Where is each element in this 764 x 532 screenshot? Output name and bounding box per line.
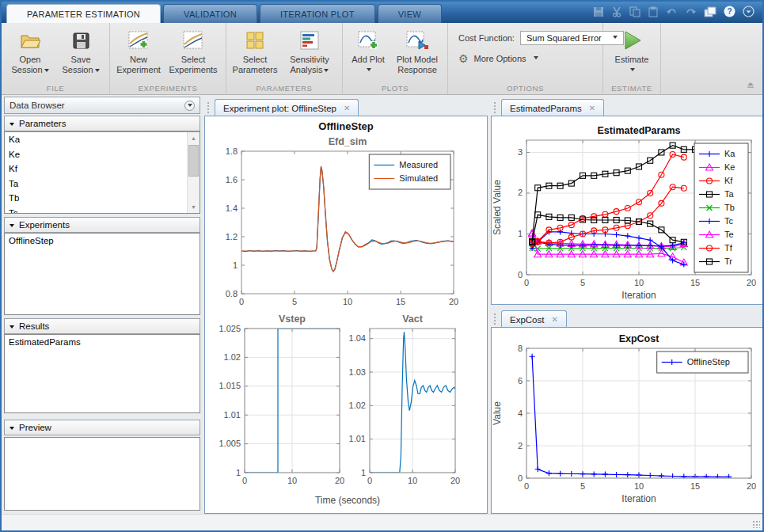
experiments-section-header[interactable]: Experiments (4, 217, 200, 233)
list-item[interactable]: Kf (5, 162, 187, 177)
svg-text:15: 15 (690, 481, 700, 491)
cut-icon[interactable] (611, 6, 622, 17)
svg-text:Value: Value (492, 401, 503, 425)
svg-text:Measured: Measured (399, 160, 438, 169)
new-experiment-icon (128, 29, 150, 51)
open-folder-icon (20, 29, 40, 51)
scroll-down-button[interactable]: ▼ (188, 201, 200, 213)
layout-windows-icon[interactable] (704, 6, 716, 17)
open-session-button[interactable]: Open Session (6, 26, 55, 74)
svg-text:Tb: Tb (724, 203, 735, 212)
add-plot-button[interactable]: Add Plot (347, 26, 390, 73)
parameters-section-header[interactable]: Parameters (4, 116, 200, 131)
vact-chart[interactable]: 0102011.011.021.031.04Vact (346, 314, 481, 493)
undo-icon[interactable] (666, 6, 678, 17)
estimate-button[interactable]: Estimate (607, 26, 656, 73)
list-item[interactable]: Ka (5, 132, 187, 147)
group-label-parameters: PARAMETERS (226, 84, 342, 93)
drag-handle-icon[interactable] (493, 313, 497, 325)
close-icon[interactable]: ✕ (589, 104, 595, 112)
efd-sim-chart[interactable]: 051015200.811.21.41.61.8Efd_simMeasuredS… (207, 132, 485, 314)
more-options-button[interactable]: ⚙ More Options (458, 53, 624, 64)
main-area: Data Browser Parameters KaKeKfTaTbTc ▲ ▼… (2, 95, 762, 530)
list-item[interactable]: Tb (5, 191, 187, 206)
tab-validation[interactable]: VALIDATION (163, 4, 257, 23)
dropdown-caret-icon (367, 68, 371, 74)
paste-icon[interactable] (648, 6, 659, 17)
svg-text:1.04: 1.04 (349, 333, 366, 343)
exp-cost-tab[interactable]: ExpCost ✕ (501, 310, 567, 328)
tab-view[interactable]: VIEW (378, 4, 442, 23)
save-session-label: Save Session (56, 55, 105, 74)
save-session-button[interactable]: Save Session (56, 26, 105, 74)
group-label-file: FILE (2, 84, 109, 93)
sensitivity-analysis-button[interactable]: Sensitivity Analysis (281, 26, 338, 74)
parameters-list: KaKeKfTaTbTc ▲ ▼ (4, 131, 200, 214)
data-browser-title: Data Browser (10, 101, 65, 110)
svg-text:Efd_sim: Efd_sim (329, 136, 367, 147)
list-item[interactable]: Tc (5, 206, 187, 215)
svg-text:Ke: Ke (724, 162, 735, 172)
svg-text:?: ? (727, 7, 732, 16)
exp-cost-panel: ExpCost ✕ 0510152002468ExpCostIterationV… (491, 308, 763, 514)
open-session-label: Open Session (6, 55, 55, 74)
parameters-scrollbar[interactable]: ▲ ▼ (187, 132, 200, 213)
add-plot-label: Add Plot (352, 55, 385, 65)
estimate-label: Estimate (615, 55, 649, 65)
sensitivity-analysis-icon (300, 29, 319, 51)
estimated-params-tab[interactable]: EstimatedParams ✕ (501, 99, 604, 116)
svg-text:0: 0 (367, 476, 372, 485)
exp-cost-body: 0510152002468ExpCostIterationValueOfflin… (491, 327, 763, 514)
list-item[interactable]: Ta (5, 177, 187, 192)
drag-handle-icon[interactable] (207, 101, 211, 114)
tab-iteration-plot[interactable]: ITERATION PLOT (260, 4, 375, 23)
close-icon[interactable]: ✕ (344, 104, 350, 112)
preview-section-header[interactable]: Preview (4, 420, 200, 435)
experiment-plot-tab[interactable]: Experiment plot: OfflineStep ✕ (215, 99, 359, 116)
svg-text:1.025: 1.025 (219, 324, 241, 333)
data-browser-header: Data Browser (4, 97, 200, 114)
select-parameters-button[interactable]: Select Parameters (230, 26, 279, 74)
svg-text:1: 1 (518, 229, 523, 238)
svg-text:Tf: Tf (724, 243, 733, 253)
redo-icon[interactable] (685, 6, 697, 17)
svg-text:Vstep: Vstep (279, 314, 306, 325)
scrollbar-thumb[interactable] (188, 145, 199, 177)
svg-text:1: 1 (236, 468, 241, 477)
svg-text:0.8: 0.8 (226, 289, 238, 298)
dropdown-caret-icon (44, 69, 49, 74)
sensitivity-analysis-label: Sensitivity Analysis (281, 55, 338, 74)
drag-handle-icon[interactable] (493, 101, 497, 114)
save-icon[interactable] (593, 6, 604, 17)
svg-text:Simulated: Simulated (399, 173, 438, 183)
ribbon-group-options: Cost Function: Sum Squared Error ⚙ More … (448, 23, 603, 94)
plot-model-response-button[interactable]: Plot Model Response (391, 26, 443, 74)
resize-grip-icon[interactable] (752, 520, 760, 528)
collapse-triangle-icon (10, 123, 14, 128)
list-item[interactable]: OfflineStep (5, 234, 200, 249)
new-experiment-button[interactable]: New Experiment (114, 26, 163, 74)
list-item[interactable]: Ke (5, 147, 187, 162)
close-icon[interactable]: ✕ (551, 316, 557, 324)
group-label-estimate: ESTIMATE (603, 84, 660, 93)
svg-text:1.6: 1.6 (226, 175, 238, 184)
help-icon[interactable]: ? (724, 6, 735, 17)
data-browser-menu-icon[interactable] (184, 101, 195, 111)
results-section-header[interactable]: Results (4, 318, 200, 334)
svg-text:1.2: 1.2 (226, 232, 238, 241)
svg-text:1.4: 1.4 (226, 203, 238, 213)
list-item[interactable]: EstimatedParams (5, 335, 200, 350)
collapse-ribbon-button[interactable] (746, 77, 755, 91)
estimated-params-chart[interactable]: 051015200123EstimatedParamsIterationScal… (492, 116, 762, 305)
exp-cost-chart[interactable]: 0510152002468ExpCostIterationValueOfflin… (492, 328, 762, 513)
svg-text:0: 0 (239, 297, 244, 306)
svg-text:0: 0 (518, 270, 523, 279)
vstep-chart[interactable]: 0102011.0051.011.0151.021.025Vstep (207, 314, 344, 493)
tab-parameter-estimation[interactable]: PARAMETER ESTIMATION (6, 4, 161, 23)
minimize-menu-icon[interactable] (743, 6, 754, 17)
dropdown-caret-icon (534, 56, 538, 62)
svg-text:Kf: Kf (724, 176, 733, 185)
copy-icon[interactable] (629, 6, 640, 17)
scroll-up-button[interactable]: ▲ (188, 132, 200, 144)
select-experiments-button[interactable]: Select Experiments (165, 26, 222, 74)
